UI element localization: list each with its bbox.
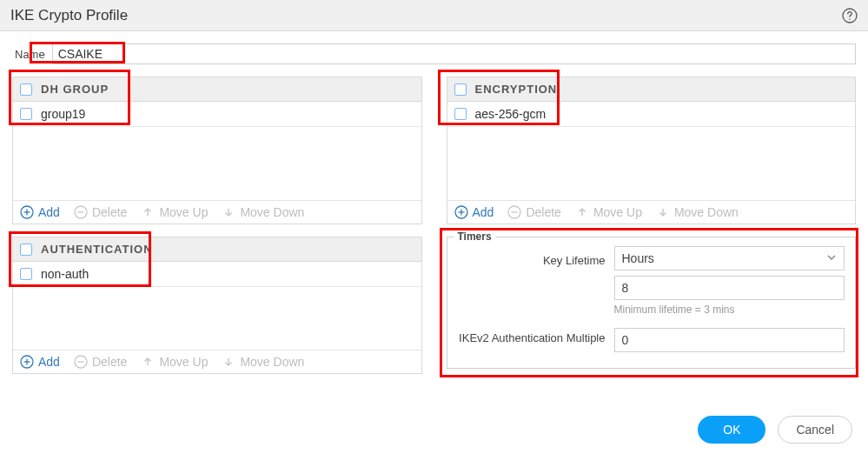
authentication-actions: Add Delete Move Up Move Down — [13, 350, 421, 373]
key-lifetime-unit-select[interactable]: Hours — [614, 246, 845, 270]
name-input-value: CSAIKE — [58, 47, 103, 61]
name-row: Name CSAIKE — [12, 43, 856, 64]
dh-group-panel: DH GROUP group19 Add Delete — [12, 77, 422, 224]
ikev2-auth-mult-input[interactable]: 0 — [614, 328, 845, 352]
add-label: Add — [38, 205, 60, 219]
plus-circle-icon — [454, 205, 468, 219]
move-down-label: Move Down — [240, 205, 304, 219]
key-lifetime-value-input[interactable]: 8 — [614, 276, 845, 300]
arrow-down-icon — [222, 355, 235, 369]
ok-button[interactable]: OK — [698, 416, 765, 444]
encryption-select-all-checkbox[interactable] — [454, 83, 467, 96]
move-up-label: Move Up — [159, 355, 208, 369]
move-down-button[interactable]: Move Down — [222, 355, 304, 369]
table-row[interactable]: group19 — [13, 102, 421, 127]
delete-label: Delete — [92, 355, 127, 369]
svg-point-1 — [849, 18, 850, 19]
encryption-heading: ENCRYPTION — [475, 83, 558, 96]
move-down-button[interactable]: Move Down — [222, 205, 304, 219]
key-lifetime-hint: Minimum lifetime = 3 mins — [614, 304, 845, 316]
cancel-button[interactable]: Cancel — [778, 416, 852, 444]
add-button[interactable]: Add — [454, 205, 494, 219]
encryption-panel: ENCRYPTION aes-256-gcm Add Delete — [447, 77, 857, 224]
encryption-actions: Add Delete Move Up Move Down — [447, 200, 856, 224]
move-down-button[interactable]: Move Down — [656, 205, 739, 219]
delete-label: Delete — [92, 205, 127, 219]
authentication-panel: AUTHENTICATION non-auth Add Delete — [12, 237, 422, 374]
arrow-up-icon — [141, 205, 155, 219]
arrow-down-icon — [656, 205, 670, 219]
key-lifetime-unit-value: Hours — [622, 251, 654, 265]
dh-group-select-all-checkbox[interactable] — [20, 83, 32, 96]
add-label: Add — [38, 355, 60, 369]
minus-circle-icon — [74, 205, 88, 219]
authentication-row-checkbox[interactable] — [20, 268, 32, 280]
dialog-footer: OK Cancel — [682, 405, 868, 454]
authentication-heading: AUTHENTICATION — [41, 243, 153, 256]
dialog-title: IKE Crypto Profile — [10, 7, 128, 24]
delete-label: Delete — [526, 205, 560, 219]
help-icon[interactable] — [842, 8, 858, 23]
move-up-button[interactable]: Move Up — [141, 205, 208, 219]
key-lifetime-value: 8 — [622, 281, 629, 295]
encryption-row-value: aes-256-gcm — [475, 107, 547, 121]
dh-group-row-checkbox[interactable] — [20, 108, 32, 120]
dh-group-heading: DH GROUP — [41, 83, 109, 96]
delete-button[interactable]: Delete — [507, 205, 560, 219]
encryption-row-checkbox[interactable] — [454, 108, 467, 120]
authentication-row-value: non-auth — [41, 267, 89, 281]
move-down-label: Move Down — [674, 205, 739, 219]
add-label: Add — [473, 205, 494, 219]
dh-group-header: DH GROUP — [13, 77, 421, 102]
minus-circle-icon — [507, 205, 521, 219]
arrow-up-icon — [575, 205, 589, 219]
plus-circle-icon — [20, 205, 34, 219]
move-up-label: Move Up — [593, 205, 642, 219]
add-button[interactable]: Add — [20, 205, 60, 219]
name-label: Name — [12, 45, 52, 63]
move-up-label: Move Up — [159, 205, 208, 219]
table-row[interactable]: non-auth — [13, 262, 421, 287]
move-up-button[interactable]: Move Up — [141, 355, 208, 369]
arrow-up-icon — [141, 355, 155, 369]
ikev2-auth-mult-value: 0 — [622, 333, 629, 347]
move-up-button[interactable]: Move Up — [575, 205, 642, 219]
key-lifetime-label: Key Lifetime — [458, 250, 606, 267]
dialog-titlebar: IKE Crypto Profile — [0, 0, 868, 31]
delete-button[interactable]: Delete — [74, 205, 127, 219]
authentication-select-all-checkbox[interactable] — [20, 244, 32, 256]
encryption-header: ENCRYPTION — [447, 77, 856, 102]
chevron-down-icon — [826, 251, 837, 265]
table-row[interactable]: aes-256-gcm — [447, 102, 856, 127]
authentication-header: AUTHENTICATION — [13, 237, 421, 262]
timers-fieldset: Timers Key Lifetime Hours — [447, 237, 857, 369]
move-down-label: Move Down — [240, 355, 304, 369]
minus-circle-icon — [74, 355, 88, 369]
plus-circle-icon — [20, 355, 34, 369]
ikev2-auth-mult-label: IKEv2 Authentication Multiple — [458, 328, 606, 345]
delete-button[interactable]: Delete — [74, 355, 127, 369]
arrow-down-icon — [222, 205, 235, 219]
dh-group-row-value: group19 — [41, 107, 85, 121]
timers-legend: Timers — [454, 230, 495, 243]
dh-group-actions: Add Delete Move Up Move Down — [13, 200, 421, 224]
name-input[interactable]: CSAIKE — [52, 43, 856, 64]
add-button[interactable]: Add — [20, 355, 60, 369]
